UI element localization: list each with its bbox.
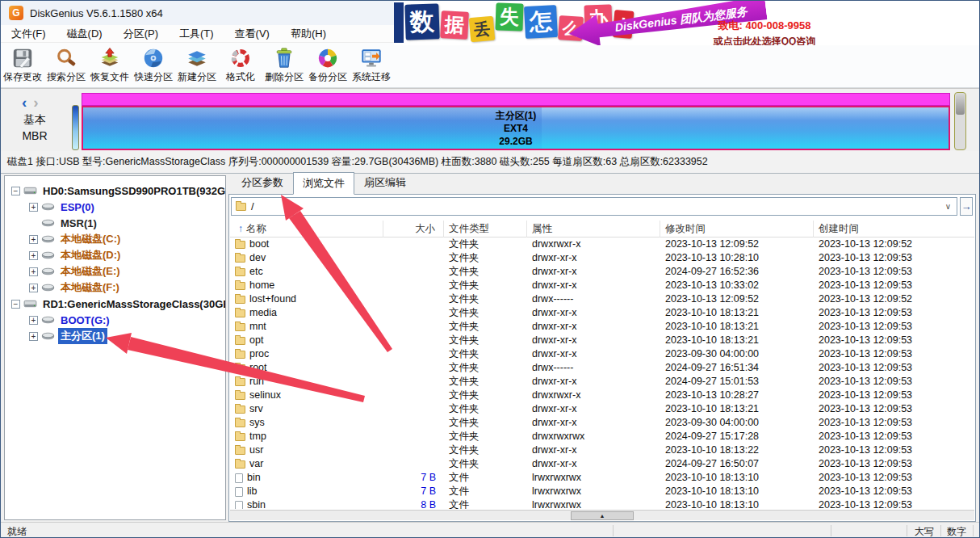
tree-node-local-disk-d[interactable]: +本地磁盘(D:)	[5, 247, 225, 263]
save-icon	[11, 47, 34, 69]
table-row-dev[interactable]: dev文件夹drwxr-xr-x2023-10-13 10:28:102023-…	[230, 251, 974, 265]
tree-node-label: 主分区(1)	[58, 328, 107, 344]
tab-browse-files[interactable]: 浏览文件	[293, 172, 354, 195]
expand-icon[interactable]: +	[29, 332, 38, 341]
column-header-1[interactable]: 大小	[383, 221, 444, 237]
tab-partition-params[interactable]: 分区参数	[232, 171, 293, 194]
table-row-run[interactable]: run文件夹drwxr-xr-x2024-09-27 15:01:532023-…	[230, 375, 974, 389]
diskgenius-window: G DiskGenius V5.6.1.1580 x64 — □ × 文件(F)…	[0, 0, 980, 538]
file-name-cell: boot	[230, 237, 383, 251]
file-created-cell: 2023-10-13 12:09:53	[814, 375, 974, 389]
table-row-boot[interactable]: boot文件夹drwxrwxr-x2023-10-13 12:09:522023…	[230, 237, 974, 251]
menu-item-tools[interactable]: 工具(T)	[169, 25, 224, 43]
new-partition-button[interactable]: 新建分区	[175, 43, 219, 88]
tree-node-rd1[interactable]: −RD1:GenericMassStorageClass(30GB)	[5, 296, 225, 312]
file-name: lost+found	[249, 292, 296, 306]
tree-node-label: 本地磁盘(E:)	[58, 263, 123, 280]
table-row-tmp[interactable]: tmp文件夹drwxrwxrwx2024-09-27 15:17:282023-…	[230, 430, 974, 443]
file-name: opt	[249, 334, 263, 347]
expand-icon[interactable]: +	[29, 284, 38, 292]
table-row-lost+found[interactable]: lost+found文件夹drwx------2023-10-13 12:09:…	[230, 292, 974, 306]
nav-forward-icon[interactable]: ›	[33, 94, 38, 111]
table-row-sbin[interactable]: sbin8 B文件lrwxrwxrwx2023-10-10 18:13:1020…	[230, 498, 974, 509]
tree-node-primary-partition-1[interactable]: +主分区(1)	[5, 328, 225, 344]
tree-node-local-disk-c[interactable]: +本地磁盘(C:)	[5, 231, 225, 247]
file-name-cell: lost+found	[230, 292, 383, 306]
scroll-up-indicator[interactable]: ▲	[571, 511, 634, 520]
backup-partition-button[interactable]: 备份分区	[306, 43, 350, 88]
nav-back-icon[interactable]: ‹	[22, 94, 27, 111]
scrollbar-thumb[interactable]	[956, 94, 965, 115]
menu-item-help[interactable]: 帮助(H)	[280, 25, 337, 43]
file-name-cell: mnt	[230, 320, 383, 334]
table-row-bin[interactable]: bin7 B文件lrwxrwxrwx2023-10-10 18:13:10202…	[230, 471, 974, 485]
table-row-srv[interactable]: srv文件夹drwxr-xr-x2023-10-10 18:13:212023-…	[230, 402, 974, 416]
collapse-icon[interactable]: −	[11, 187, 20, 195]
expand-icon[interactable]: +	[29, 251, 38, 260]
quick-partition-button[interactable]: 快速分区	[132, 43, 175, 88]
table-row-usr[interactable]: usr文件夹drwxr-xr-x2023-10-10 18:13:222023-…	[230, 443, 974, 457]
table-row-var[interactable]: var文件夹drwxr-xr-x2024-09-27 16:50:072023-…	[230, 457, 974, 471]
promo-banner[interactable]: 数据丢失怎么办! DiskGenius 团队为您服务 致电: 400-008-9…	[394, 1, 979, 45]
file-created-cell: 2023-10-13 12:09:53	[814, 251, 974, 265]
expand-icon[interactable]: +	[29, 235, 38, 244]
banner-slogan-char: 据	[440, 11, 469, 40]
delete-partition-button[interactable]: 删除分区	[262, 43, 306, 88]
tree-node-hd0[interactable]: −HD0:SamsungSSD990PRO1TB(932GB)	[5, 183, 225, 199]
table-row-sys[interactable]: sys文件夹drwxr-xr-x2023-09-30 04:00:002023-…	[230, 416, 974, 430]
menu-item-partition[interactable]: 分区(P)	[113, 25, 169, 43]
file-attr-cell: drwxr-xr-x	[527, 443, 660, 457]
toolbar-button-label: 快速分区	[134, 70, 173, 84]
file-created-cell: 2023-10-13 12:09:53	[814, 389, 974, 402]
tree-node-msr[interactable]: MSR(1)	[5, 215, 225, 231]
tree-node-local-disk-f[interactable]: +本地磁盘(F:)	[5, 280, 225, 296]
expand-icon[interactable]: +	[29, 267, 38, 276]
menu-item-disk[interactable]: 磁盘(D)	[57, 25, 113, 43]
disk-vertical-bar[interactable]	[72, 105, 79, 150]
banner-qq-link[interactable]: 或点击此处选择QQ咨询	[713, 35, 816, 45]
file-modified-cell: 2024-09-27 16:52:36	[660, 265, 814, 279]
table-row-proc[interactable]: proc文件夹drwxr-xr-x2023-09-30 04:00:002023…	[230, 347, 974, 361]
recover-files-button[interactable]: 恢复文件	[88, 43, 132, 88]
tab-sector-edit[interactable]: 扇区编辑	[354, 171, 416, 194]
table-row-root[interactable]: root文件夹drwx------2024-09-27 16:51:342023…	[230, 361, 974, 375]
column-header-0[interactable]: ↑名称	[230, 221, 383, 237]
file-modified-cell: 2024-09-27 15:01:53	[660, 375, 814, 389]
table-row-lib[interactable]: lib7 B文件lrwxrwxrwx2023-10-10 18:13:10202…	[230, 485, 974, 498]
folder-icon	[235, 460, 245, 469]
file-type-cell: 文件夹	[444, 279, 527, 292]
tree-node-boot-g[interactable]: +BOOT(G:)	[5, 312, 225, 328]
folder-icon	[235, 392, 245, 400]
column-header-3[interactable]: 属性	[527, 221, 660, 237]
go-button[interactable]: →	[960, 197, 973, 216]
search-partition-button[interactable]: 搜索分区	[44, 43, 88, 88]
tree-node-local-disk-e[interactable]: +本地磁盘(E:)	[5, 263, 225, 280]
format-button[interactable]: 格式化	[219, 43, 262, 88]
file-created-cell: 2023-10-13 12:09:53	[814, 443, 974, 457]
path-bar[interactable]: / ∨	[231, 197, 957, 216]
column-header-2[interactable]: 文件类型	[444, 221, 527, 237]
save-changes-button[interactable]: 保存更改	[1, 43, 44, 88]
banner-edge-graphic	[394, 2, 404, 43]
tree-node-esp[interactable]: +ESP(0)	[5, 199, 225, 215]
partition-block[interactable]: 主分区(1) EXT4 29.2GB	[82, 106, 950, 150]
file-name-cell: home	[230, 279, 383, 292]
table-row-home[interactable]: home文件夹drwxr-xr-x2023-10-13 10:33:022023…	[230, 279, 974, 292]
partition-map-scrollbar[interactable]	[954, 92, 966, 150]
chevron-down-icon[interactable]: ∨	[945, 202, 951, 211]
table-row-opt[interactable]: opt文件夹drwxr-xr-x2023-10-10 18:13:212023-…	[230, 334, 974, 347]
collapse-icon[interactable]: −	[11, 300, 20, 309]
column-header-5[interactable]: 创建时间	[814, 221, 974, 237]
expand-icon[interactable]: +	[29, 316, 38, 325]
menu-item-view[interactable]: 查看(V)	[224, 25, 280, 43]
column-header-4[interactable]: 修改时间	[660, 221, 814, 237]
table-row-mnt[interactable]: mnt文件夹drwxr-xr-x2023-10-10 18:13:212023-…	[230, 320, 974, 334]
table-row-media[interactable]: media文件夹drwxr-xr-x2023-10-10 18:13:21202…	[230, 306, 974, 320]
menu-item-file[interactable]: 文件(F)	[1, 25, 57, 43]
system-migrate-button[interactable]: 系统迁移	[350, 43, 393, 88]
table-row-etc[interactable]: etc文件夹drwxr-xr-x2024-09-27 16:52:362023-…	[230, 265, 974, 279]
disk-icon	[23, 186, 37, 195]
expand-icon[interactable]: +	[29, 203, 38, 212]
disk-top-strip[interactable]	[82, 93, 950, 106]
table-row-selinux[interactable]: selinux文件夹drwxrwxr-x2023-10-13 10:28:272…	[230, 389, 974, 402]
